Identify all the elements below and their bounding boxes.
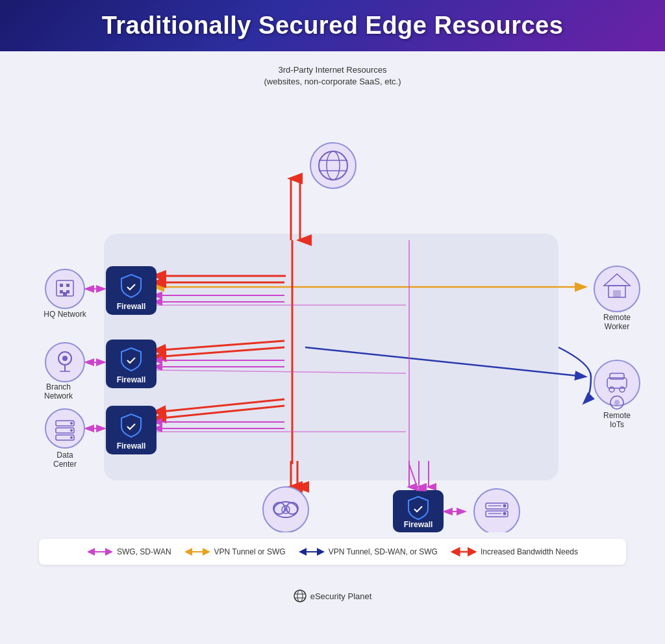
svg-point-85 xyxy=(284,508,288,512)
legend-bandwidth: Increased Bandwidth Needs xyxy=(451,547,578,557)
svg-point-53 xyxy=(45,409,84,448)
svg-rect-38 xyxy=(63,292,67,296)
svg-text:Data: Data xyxy=(56,451,73,460)
svg-point-106 xyxy=(297,590,303,602)
svg-rect-36 xyxy=(60,290,63,293)
svg-text:Firewall: Firewall xyxy=(117,302,146,311)
legend-label-swg: SWG, SD-WAN xyxy=(117,547,171,556)
legend-label-vpn-sdwan: VPN Tunnel, SD-WAN, or SWG xyxy=(329,547,438,556)
svg-point-105 xyxy=(294,590,306,602)
svg-point-65 xyxy=(594,266,640,312)
legend-label-vpn-swg: VPN Tunnel or SWG xyxy=(214,547,286,556)
svg-rect-68 xyxy=(613,290,621,297)
svg-text:Branch: Branch xyxy=(46,382,71,391)
svg-point-59 xyxy=(70,436,73,439)
legend-label-bandwidth: Increased Bandwidth Needs xyxy=(481,547,578,556)
svg-point-27 xyxy=(310,143,356,188)
svg-text:Center: Center xyxy=(53,460,77,469)
svg-text:Firewall: Firewall xyxy=(404,520,433,529)
svg-text:Remote: Remote xyxy=(603,411,631,420)
brand-label: eSecurity Planet xyxy=(310,591,372,601)
svg-rect-35 xyxy=(66,284,69,287)
svg-text:Network: Network xyxy=(44,391,73,401)
svg-text:HQ Network: HQ Network xyxy=(44,310,86,319)
legend-vpn-swg: VPN Tunnel or SWG xyxy=(184,547,286,557)
diagram-container: HQ Network Firewall Branch Network xyxy=(19,91,646,532)
svg-text:Firewall: Firewall xyxy=(117,375,146,384)
footer: eSecurity Planet xyxy=(0,584,665,608)
svg-point-95 xyxy=(503,512,507,515)
svg-point-43 xyxy=(45,343,84,382)
diagram-area: 3rd-Party Internet Resources (websites, … xyxy=(0,51,665,584)
page-title: Traditionally Secured Edge Resources xyxy=(19,12,646,40)
diagram-svg: HQ Network Firewall Branch Network xyxy=(19,91,646,532)
svg-point-77 xyxy=(614,400,620,405)
svg-text:IoTs: IoTs xyxy=(610,420,624,429)
svg-text:Firewall: Firewall xyxy=(117,441,146,451)
legend-vpn-sdwan: VPN Tunnel, SD-WAN, or SWG xyxy=(299,547,438,557)
svg-rect-0 xyxy=(104,234,558,480)
svg-point-94 xyxy=(503,504,507,508)
top-resource-label: 3rd-Party Internet Resources (websites, … xyxy=(19,64,646,88)
legend-swg-sdwan: SWG, SD-WAN xyxy=(87,547,171,557)
brand-icon xyxy=(294,589,307,602)
svg-point-45 xyxy=(62,356,68,361)
header: Traditionally Secured Edge Resources xyxy=(0,0,665,51)
svg-point-71 xyxy=(594,360,640,406)
svg-rect-34 xyxy=(60,284,63,287)
page-wrapper: Traditionally Secured Edge Resources 3rd… xyxy=(0,0,665,608)
svg-point-32 xyxy=(45,269,84,308)
svg-point-57 xyxy=(70,422,73,425)
legend: SWG, SD-WAN VPN Tunnel or SWG xyxy=(39,539,626,565)
svg-point-58 xyxy=(70,429,73,432)
svg-text:Remote: Remote xyxy=(603,313,631,322)
svg-text:Worker: Worker xyxy=(605,322,629,331)
